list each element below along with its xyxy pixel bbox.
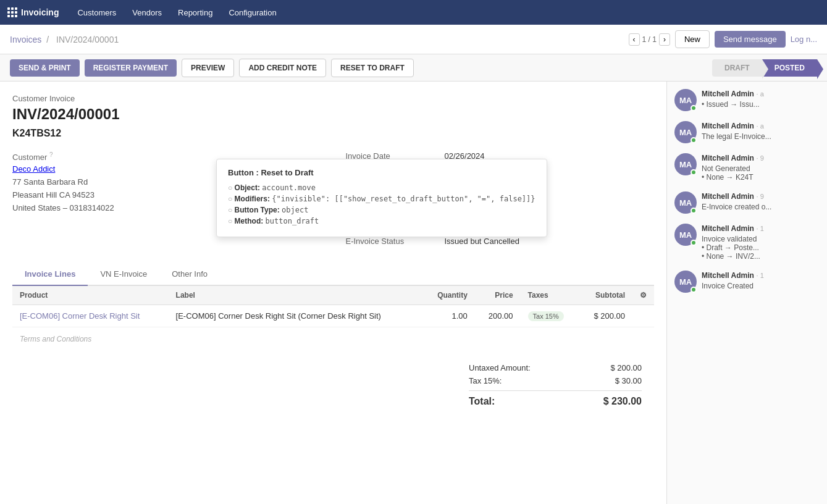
next-record-button[interactable]: › xyxy=(659,33,670,46)
chatter-name-1: Mitchell Admin xyxy=(702,90,754,98)
popover-modifiers-label: Modifiers: xyxy=(235,195,270,203)
customer-link[interactable]: Deco Addict xyxy=(12,164,55,174)
col-taxes: Taxes xyxy=(521,286,579,305)
nav-vendors[interactable]: Vendors xyxy=(126,6,168,20)
add-credit-note-button[interactable]: ADD CREDIT NOTE xyxy=(239,59,326,77)
avatar-6: MA xyxy=(674,271,697,293)
col-quantity: Quantity xyxy=(423,286,475,305)
register-payment-button[interactable]: REGISTER PAYMENT xyxy=(85,59,177,77)
log-button[interactable]: Log n... xyxy=(791,35,817,44)
chatter-item-1: MA Mitchell Admin · a • Issued → Issu... xyxy=(674,89,820,111)
tab-invoice-lines[interactable]: Invoice Lines xyxy=(12,263,88,286)
chatter-bullet-5b: • None → INV/2... xyxy=(702,252,820,261)
top-navigation: Invoicing Customers Vendors Reporting Co… xyxy=(0,0,827,25)
chatter-text-4: E-Invoice created o... xyxy=(702,203,820,211)
new-button[interactable]: New xyxy=(675,30,710,48)
invoice-tabs: Invoice Lines VN E-Invoice Other Info xyxy=(12,263,654,286)
record-counter: 1 / 1 xyxy=(642,35,657,44)
chatter-item-4: MA Mitchell Admin · 9 E-Invoice created … xyxy=(674,191,820,214)
popover-reset-to-draft: Button : Reset to Draft Object: account.… xyxy=(216,159,547,237)
tax-value: $ 30.00 xyxy=(615,376,642,385)
popover-method: Method: button_draft xyxy=(228,217,535,225)
chatter-bullet-3b: • None → K24T xyxy=(702,173,820,182)
chatter-content-2: Mitchell Admin · a The legal E-Invoice..… xyxy=(702,121,820,143)
chatter-bullet-3a: Not Generated xyxy=(702,164,820,173)
chatter-time-3: · 9 xyxy=(757,154,764,162)
breadcrumb: Invoices / INV/2024/00001 xyxy=(10,35,621,44)
chatter-time-4: · 9 xyxy=(757,193,764,200)
popover-object-label: Object: xyxy=(235,183,260,192)
untaxed-row: Untaxed Amount: $ 200.00 xyxy=(469,363,642,372)
row-taxes: Tax 15% xyxy=(521,305,579,327)
app-name: Invoicing xyxy=(21,7,59,17)
chatter-time-6: · 1 xyxy=(757,272,764,279)
chatter-bullet-1: • Issued → Issu... xyxy=(702,100,820,109)
table-body: [E-COM06] Corner Desk Right Sit [E-COM06… xyxy=(12,305,654,327)
avatar-1: MA xyxy=(674,89,697,111)
row-subtotal: $ 200.00 xyxy=(579,305,632,327)
chatter-panel: MA Mitchell Admin · a • Issued → Issu...… xyxy=(666,82,827,504)
popover-modifiers-value: {"invisible": [["show_reset_to_draft_but… xyxy=(272,195,535,203)
popover-object: Object: account.move xyxy=(228,183,535,192)
header-bar: Invoices / INV/2024/00001 ‹ 1 / 1 › New … xyxy=(0,25,827,54)
breadcrumb-invoices-link[interactable]: Invoices xyxy=(10,35,41,44)
avatar-4: MA xyxy=(674,191,697,214)
total-row: Total: $ 230.00 xyxy=(469,390,642,407)
chatter-content-6: Mitchell Admin · 1 Invoice Created xyxy=(702,271,820,293)
totals-table: Untaxed Amount: $ 200.00 Tax 15%: $ 30.0… xyxy=(469,363,642,411)
invoice-lines-table: Product Label Quantity Price Taxes Subto… xyxy=(12,286,654,327)
untaxed-value: $ 200.00 xyxy=(610,363,642,372)
col-subtotal: Subtotal xyxy=(579,286,632,305)
action-bar: SEND & PRINT REGISTER PAYMENT PREVIEW AD… xyxy=(0,54,827,82)
popover-title: Button : Reset to Draft xyxy=(228,168,535,177)
nav-configuration[interactable]: Configuration xyxy=(222,6,282,20)
document-area: Button : Reset to Draft Object: account.… xyxy=(0,82,666,504)
chatter-name-3: Mitchell Admin xyxy=(702,154,754,162)
main-nav: Customers Vendors Reporting Configuratio… xyxy=(71,6,282,20)
terms-label: Terms and Conditions xyxy=(20,335,91,343)
chatter-bullet-5a: • Draft → Poste... xyxy=(702,243,820,252)
preview-button[interactable]: PREVIEW xyxy=(182,59,234,77)
grid-icon xyxy=(7,7,17,17)
reset-to-draft-button[interactable]: RESET TO DRAFT xyxy=(331,59,414,77)
chatter-text-2: The legal E-Invoice... xyxy=(702,132,820,141)
chatter-text-6: Invoice Created xyxy=(702,282,820,290)
totals-area: Untaxed Amount: $ 200.00 Tax 15%: $ 30.0… xyxy=(12,363,654,411)
doc-type-label: Customer Invoice xyxy=(12,94,654,103)
tab-other-info[interactable]: Other Info xyxy=(159,263,220,286)
col-product: Product xyxy=(12,286,169,305)
send-print-button[interactable]: SEND & PRINT xyxy=(10,59,80,77)
nav-counter: ‹ 1 / 1 › xyxy=(629,33,670,46)
chatter-item-3: MA Mitchell Admin · 9 Not Generated • No… xyxy=(674,153,820,182)
einvoice-status-value: Issued but Cancelled xyxy=(445,237,519,246)
nav-reporting[interactable]: Reporting xyxy=(172,6,219,20)
col-settings[interactable]: ⚙ xyxy=(632,286,654,305)
chatter-name-6: Mitchell Admin xyxy=(702,271,754,280)
doc-reference: K24TBS12 xyxy=(12,128,654,139)
chatter-content-3: Mitchell Admin · 9 Not Generated • None … xyxy=(702,153,820,182)
popover-button-type-value: object xyxy=(282,206,308,214)
tab-vn-einvoice[interactable]: VN E-Invoice xyxy=(88,263,159,286)
avatar-5: MA xyxy=(674,224,697,246)
total-label: Total: xyxy=(469,396,495,407)
popover-details: Object: account.move Modifiers: {"invisi… xyxy=(228,183,535,225)
prev-record-button[interactable]: ‹ xyxy=(629,33,640,46)
main-content: Button : Reset to Draft Object: account.… xyxy=(0,82,827,504)
send-message-button[interactable]: Send message xyxy=(715,31,786,48)
einvoice-status-label: E-Invoice Status xyxy=(346,237,445,246)
popover-button-type-label: Button Type: xyxy=(235,206,280,214)
row-product[interactable]: [E-COM06] Corner Desk Right Sit xyxy=(12,305,169,327)
chatter-time-1: · a xyxy=(757,90,764,98)
app-logo[interactable]: Invoicing xyxy=(7,7,59,17)
col-label: Label xyxy=(169,286,423,305)
nav-customers[interactable]: Customers xyxy=(71,6,122,20)
tax-row: Tax 15%: $ 30.00 xyxy=(469,376,642,385)
chatter-item-5: MA Mitchell Admin · 1 Invoice validated … xyxy=(674,224,820,261)
header-actions: ‹ 1 / 1 › New Send message Log n... xyxy=(629,30,817,48)
chatter-text-5: Invoice validated • Draft → Poste... • N… xyxy=(702,235,820,261)
chatter-item-2: MA Mitchell Admin · a The legal E-Invoic… xyxy=(674,121,820,143)
chatter-name-2: Mitchell Admin xyxy=(702,122,754,130)
popover-object-value: account.move xyxy=(262,183,316,192)
terms-area: Terms and Conditions xyxy=(12,327,654,351)
popover-method-label: Method: xyxy=(235,217,264,225)
